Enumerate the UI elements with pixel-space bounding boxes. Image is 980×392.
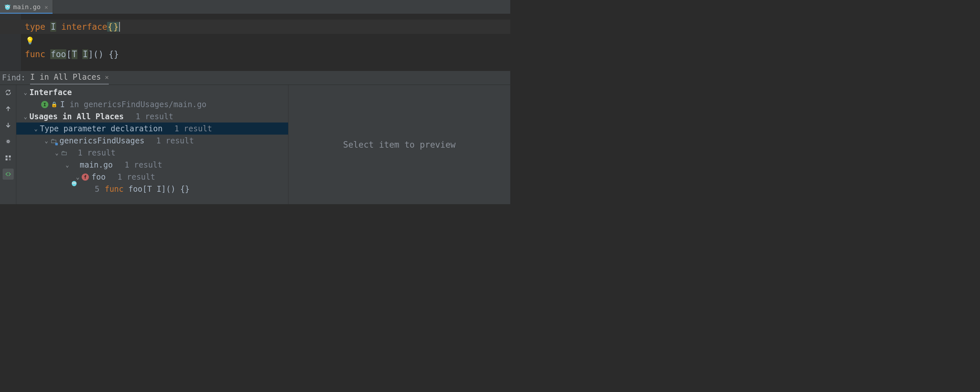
- code-rest: () {}: [94, 49, 119, 59]
- usage-preview-pane: Select item to preview: [288, 85, 510, 204]
- find-query-text: I in All Places: [30, 73, 101, 82]
- chevron-down-icon: ⌄: [22, 113, 29, 120]
- line-number: 5: [95, 185, 99, 194]
- go-file-icon: [71, 162, 77, 168]
- tree-usage-hit[interactable]: 5 func foo[T I]() {}: [16, 183, 288, 195]
- svg-point-15: [75, 183, 75, 183]
- svg-point-3: [6, 6, 7, 7]
- keyword-func: func: [25, 49, 45, 59]
- item-path: genericsFindUsages/main.go: [84, 100, 207, 109]
- tree-group-usages[interactable]: ⌄ Usages in All Places 1 result: [16, 110, 288, 123]
- svg-rect-10: [9, 158, 11, 160]
- bracket: ]: [88, 49, 94, 59]
- keyword-type: type: [25, 22, 45, 32]
- svg-rect-9: [6, 158, 8, 160]
- node-label: genericsFindUsages: [59, 136, 145, 145]
- text-caret: [119, 22, 120, 32]
- next-occurrence-button[interactable]: [3, 120, 14, 131]
- lock-icon: 🔒: [51, 101, 57, 107]
- chevron-down-icon: ⌄: [64, 161, 71, 168]
- chevron-down-icon: ⌄: [22, 89, 29, 96]
- node-label: main.go: [80, 160, 113, 169]
- svg-point-4: [8, 6, 9, 7]
- find-usages-toolbar: [0, 85, 16, 204]
- interface-badge-icon: I: [41, 101, 48, 108]
- editor-tab-label: main.go: [13, 3, 40, 11]
- module-folder-icon: 🗀: [50, 137, 57, 145]
- find-usages-panel: ⌄ Interface I 🔒 I in genericsFindUsages/…: [0, 85, 510, 204]
- group-by-button[interactable]: [3, 152, 14, 163]
- tree-node-package[interactable]: ⌄ 🗀 genericsFindUsages 1 result: [16, 135, 288, 147]
- tree-node-func[interactable]: ⌄ f foo 1 result: [16, 171, 288, 183]
- tree-group-type-param[interactable]: ⌄ Type parameter declaration 1 result: [16, 123, 288, 135]
- settings-button[interactable]: [3, 136, 14, 147]
- find-label: Find:: [2, 73, 25, 82]
- svg-point-14: [73, 183, 73, 183]
- tree-item-interface-I[interactable]: I 🔒 I in genericsFindUsages/main.go: [16, 98, 288, 110]
- type-param-T: T: [72, 49, 78, 59]
- tree-node-directory[interactable]: ⌄ 🗀 1 result: [16, 147, 288, 159]
- find-usages-header: Find: I in All Places ✕: [0, 70, 510, 85]
- code-line[interactable]: type I interface{}: [0, 20, 510, 34]
- keyword-interface: interface: [61, 22, 108, 32]
- editor-tab-main-go[interactable]: main.go ✕: [0, 0, 53, 14]
- go-file-icon: [5, 3, 10, 10]
- open-in-editor-button[interactable]: [3, 169, 14, 180]
- result-count: 1 result: [124, 160, 162, 169]
- group-label: Type parameter declaration: [40, 124, 163, 133]
- close-icon[interactable]: ✕: [45, 3, 48, 10]
- usage-code: foo[T I]() {}: [128, 185, 190, 194]
- svg-point-0: [5, 5, 10, 10]
- result-count: 1 result: [175, 124, 212, 133]
- usages-tree[interactable]: ⌄ Interface I 🔒 I in genericsFindUsages/…: [16, 85, 288, 204]
- result-count: 1 result: [117, 172, 155, 182]
- type-constraint-I: I: [82, 49, 88, 59]
- identifier-foo: foo: [50, 49, 66, 59]
- chevron-down-icon: ⌄: [32, 125, 40, 132]
- svg-point-6: [10, 5, 10, 6]
- find-usages-tab[interactable]: I in All Places ✕: [30, 71, 109, 84]
- keyword-func: func: [105, 185, 128, 194]
- prev-occurrence-button[interactable]: [3, 103, 14, 114]
- editor-tab-bar: main.go ✕: [0, 0, 510, 14]
- svg-rect-8: [9, 156, 11, 158]
- lightbulb-icon[interactable]: 💡: [25, 37, 34, 45]
- refresh-button[interactable]: [3, 87, 14, 98]
- chevron-down-icon: ⌄: [43, 137, 50, 144]
- result-count: 1 result: [156, 136, 194, 145]
- brace: }: [113, 22, 119, 32]
- svg-rect-7: [6, 156, 8, 158]
- tree-group-interface[interactable]: ⌄ Interface: [16, 86, 288, 98]
- brace: {: [107, 22, 113, 32]
- preview-placeholder: Select item to preview: [343, 140, 455, 150]
- group-label: Interface: [29, 88, 72, 97]
- chevron-down-icon: ⌄: [53, 149, 61, 156]
- group-label: Usages in All Places: [29, 112, 124, 121]
- close-icon[interactable]: ✕: [105, 73, 109, 81]
- bracket: [: [66, 49, 72, 59]
- svg-point-5: [5, 5, 6, 6]
- result-count: 1 result: [78, 148, 116, 158]
- code-editor[interactable]: type I interface{} 💡 func foo[T I]() {}: [0, 14, 510, 70]
- item-name: I: [60, 100, 65, 109]
- folder-icon: 🗀: [61, 149, 67, 157]
- svg-point-11: [72, 181, 77, 186]
- code-line[interactable]: 💡: [0, 34, 510, 47]
- item-in: in: [65, 100, 84, 109]
- result-count: 1 result: [135, 112, 173, 121]
- tree-node-file[interactable]: ⌄ main.go 1 result: [16, 159, 288, 171]
- identifier-I: I: [50, 22, 56, 32]
- code-line[interactable]: func foo[T I]() {}: [0, 47, 510, 61]
